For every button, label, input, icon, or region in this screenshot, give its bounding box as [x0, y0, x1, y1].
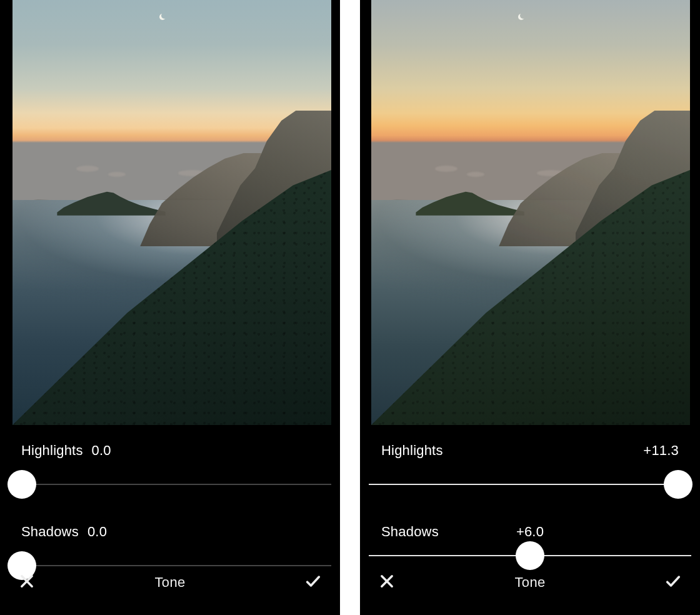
moon-icon [159, 14, 166, 20]
highlights-slider-thumb[interactable] [8, 470, 36, 499]
moon-icon [518, 14, 524, 20]
shadows-value: 0.0 [88, 524, 107, 540]
highlights-value: 0.0 [92, 442, 111, 459]
preview-image [371, 0, 690, 425]
preview-image [12, 0, 331, 425]
highlights-slider[interactable] [369, 470, 691, 499]
highlights-slider-thumb[interactable] [664, 470, 692, 499]
shadows-label: Shadows [381, 524, 439, 540]
tone-footer: Tone [360, 562, 700, 615]
cancel-button[interactable] [376, 572, 398, 593]
shadows-value: +6.0 [516, 524, 544, 540]
tone-controls: Highlights +11.3 Shadows +6.0 [360, 425, 700, 615]
check-icon [304, 572, 322, 592]
highlights-label: Highlights [381, 442, 443, 459]
highlights-slider-group: Highlights +11.3 [369, 442, 691, 499]
tone-footer: Tone [0, 562, 340, 615]
panel-title: Tone [515, 574, 546, 591]
panel-title: Tone [155, 574, 186, 591]
editor-panel-before: Highlights 0.0 Shadows 0.0 [0, 0, 340, 615]
tone-controls: Highlights 0.0 Shadows 0.0 [0, 425, 340, 615]
close-icon [18, 572, 36, 592]
highlights-slider[interactable] [9, 470, 331, 499]
highlights-slider-group: Highlights 0.0 [9, 442, 331, 499]
cancel-button[interactable] [16, 572, 38, 593]
highlights-value: +11.3 [643, 442, 679, 459]
close-icon [378, 572, 396, 592]
editor-panel-after: Highlights +11.3 Shadows +6.0 [360, 0, 700, 615]
shadows-label: Shadows [21, 524, 79, 540]
confirm-button[interactable] [662, 572, 684, 593]
check-icon [664, 572, 682, 592]
highlights-label: Highlights [21, 442, 83, 459]
confirm-button[interactable] [302, 572, 324, 593]
